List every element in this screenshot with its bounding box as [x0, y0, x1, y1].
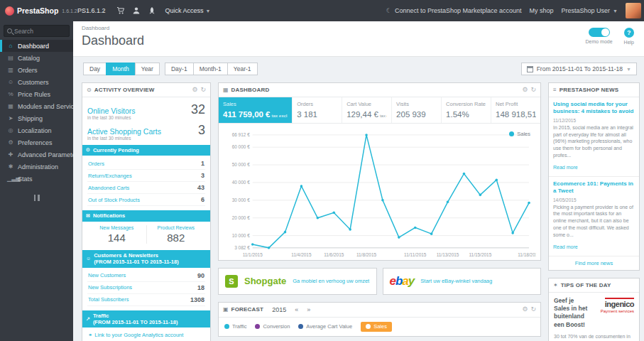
gear-icon[interactable]: ⚙ — [522, 87, 528, 93]
sidebar-item-administration[interactable]: ✱Administration — [0, 161, 73, 173]
demo-mode-toggle[interactable]: Demo mode — [585, 28, 612, 44]
main-area: Dashboard Dashboard Demo mode ? Help Day… — [73, 21, 644, 341]
refresh-icon[interactable]: ↻ — [530, 306, 536, 313]
product-reviews-stat[interactable]: Product Reviews 882 — [146, 225, 206, 244]
refresh-icon[interactable]: ↻ — [200, 87, 206, 93]
total-subscribers-row[interactable]: Total Subscribers1308 — [87, 294, 205, 306]
forecast-legend-traffic[interactable]: Traffic — [224, 323, 246, 330]
cart-icon[interactable] — [113, 0, 129, 21]
shopgate-module-ad: S Shopgate Ga mobiel en verhoog uw omzet — [218, 268, 377, 295]
marketplace-link[interactable]: ☾ Connect to PrestaShop Marketplace acco… — [386, 7, 522, 14]
modules-icon: ▦ — [7, 103, 14, 109]
forecast-legend-conversion[interactable]: Conversion — [255, 323, 290, 330]
news-headline-link[interactable]: Using social media for your business: 4 … — [553, 101, 635, 116]
svg-text:11/18/2015: 11/18/2015 — [518, 252, 536, 257]
user-menu[interactable]: PrestaShop User▼ — [562, 7, 618, 14]
ebay-link[interactable]: Start uw eBay-winkel vandaag — [420, 278, 492, 284]
forecast-year-select[interactable]: 2015 — [272, 306, 286, 313]
kpi-conversion-rate[interactable]: Conversion Rate 1.54% — [442, 97, 491, 123]
calendar-icon — [527, 66, 533, 72]
range-year-1-button[interactable]: Year-1 — [227, 63, 258, 75]
forecast-legend-avg-cart-value[interactable]: Average Cart Value — [298, 323, 352, 330]
gear-icon[interactable]: ⚙ — [192, 87, 197, 93]
search-input[interactable] — [14, 28, 66, 35]
svg-text:11/15/2015: 11/15/2015 — [469, 252, 491, 257]
sidebar-item-catalog[interactable]: ▤Catalog — [0, 52, 73, 64]
abandoned-carts-row[interactable]: Abandoned Carts43 — [87, 182, 205, 194]
dashboard-icon: ▦ — [223, 87, 229, 93]
out-of-stock-row[interactable]: Out of Stock Products6 — [87, 194, 205, 206]
breadcrumb: Dashboard — [82, 25, 635, 31]
sidebar-item-stats[interactable]: ▁▃▅Stats — [0, 173, 73, 185]
find-more-news-link[interactable]: Find more news — [549, 256, 639, 270]
active-carts-subtitle: in the last 30 minutes — [87, 136, 205, 141]
range-year-button[interactable]: Year — [135, 63, 160, 75]
forecast-legend-sales[interactable]: Sales — [361, 322, 392, 332]
help-button[interactable]: ? Help — [624, 28, 634, 45]
user-avatar[interactable] — [626, 3, 641, 18]
sidebar-item-advanced-parameters[interactable]: ✚Advanced Parameters — [0, 148, 73, 161]
range-day-button[interactable]: Day — [83, 63, 106, 75]
svg-text:11/13/2015: 11/13/2015 — [437, 252, 459, 257]
my-shop-link[interactable]: My shop — [530, 7, 554, 14]
sidebar-item-price-rules[interactable]: %Price Rules — [0, 88, 73, 100]
sidebar-item-orders[interactable]: ▥Orders — [0, 64, 73, 76]
range-month-1-button[interactable]: Month-1 — [193, 63, 227, 75]
kpi-visits[interactable]: Visits 205 939 — [392, 97, 442, 123]
prestashop-logo-icon — [5, 6, 14, 16]
sidebar-item-preferences[interactable]: ⚙Preferences — [0, 136, 73, 148]
sidebar-item-dashboard[interactable]: ⌂Dashboard — [0, 40, 73, 52]
kpi-row: Sales 411 759,00 €tax excl. Orders 3 181… — [219, 97, 540, 124]
pending-returns-row[interactable]: Return/Exchanges3 — [87, 170, 205, 182]
notifications-header: ✉ Notifications — [82, 210, 210, 221]
news-headline-link[interactable]: Ecommerce 101: Payments in a Tweet — [553, 180, 635, 195]
prestashop-logo[interactable]: PrestaShop 1.6.1.2 — [0, 6, 73, 16]
customer-profile-icon[interactable] — [129, 0, 144, 21]
stats-icon: ▁▃▅ — [7, 175, 14, 182]
rocket-icon[interactable] — [144, 0, 160, 21]
shopgate-link[interactable]: Ga mobiel en verhoog uw omzet — [293, 278, 369, 284]
new-subscriptions-row[interactable]: New Subscriptions18 — [87, 282, 205, 294]
prev-year-button[interactable]: « — [295, 306, 298, 313]
percent-icon: % — [7, 91, 14, 97]
read-more-link[interactable]: Read more — [553, 244, 578, 249]
pending-orders-row[interactable]: Orders1 — [87, 158, 205, 170]
svg-text:30 000 €: 30 000 € — [232, 197, 250, 202]
range-day-1-button[interactable]: Day-1 — [165, 63, 193, 75]
quick-access-menu[interactable]: Quick Access▼ — [165, 7, 211, 14]
chart-legend: Sales — [509, 131, 530, 137]
new-customers-row[interactable]: New Customers90 — [87, 270, 205, 282]
customers-icon: ☺ — [86, 256, 91, 262]
svg-text:66 912 €: 66 912 € — [232, 132, 250, 137]
online-visitors-link[interactable]: Online Visitors — [87, 107, 136, 115]
kpi-sales[interactable]: Sales 411 759,00 €tax excl. — [219, 97, 293, 123]
sidebar-item-shipping[interactable]: ➤Shipping — [0, 112, 73, 124]
active-carts-value: 3 — [198, 123, 205, 138]
forecast-panel: ▣ FORECAST 2015 « » ⚙ ↻ Traffic Conversi… — [218, 302, 541, 337]
sidebar-search — [4, 25, 70, 37]
toggle-on-icon — [589, 28, 610, 37]
activity-overview-panel: ⊙ ACTIVITY OVERVIEW ⚙ ↻ Online Visitors … — [82, 82, 211, 341]
sidebar-item-modules[interactable]: ▦Modules and Services — [0, 100, 73, 112]
next-year-button[interactable]: » — [307, 306, 310, 313]
kpi-cart-value[interactable]: Cart Value 129,44 €tax excl. — [342, 97, 392, 123]
catalog-icon: ▤ — [7, 55, 14, 61]
kpi-net-profit[interactable]: Net Profit 148 918,51 €tax excl. — [491, 97, 540, 123]
module-ads-row: S Shopgate Ga mobiel en verhoog uw omzet… — [218, 268, 541, 295]
read-more-link[interactable]: Read more — [553, 165, 578, 170]
chevron-down-icon: ▼ — [206, 9, 211, 13]
kpi-orders[interactable]: Orders 3 181 — [293, 97, 342, 123]
conversion-dot-icon — [255, 324, 260, 329]
range-month-button[interactable]: Month — [106, 63, 135, 75]
google-analytics-link[interactable]: ⚭ Link to your Google Analytics account — [87, 330, 205, 338]
refresh-icon[interactable]: ↻ — [530, 87, 536, 93]
new-messages-stat[interactable]: New Messages 144 — [87, 225, 146, 244]
svg-text:11/11/2015: 11/11/2015 — [404, 252, 427, 257]
active-carts-link[interactable]: Active Shopping Carts — [87, 127, 161, 136]
sidebar-collapse-button[interactable] — [31, 195, 43, 201]
tip-body: 30 tot 70% van de consumenten in Europa … — [554, 333, 634, 341]
sidebar-item-localization[interactable]: ◎Localization — [0, 124, 73, 136]
sidebar-item-customers[interactable]: ☺Customers — [0, 76, 73, 88]
gear-icon[interactable]: ⚙ — [522, 306, 528, 313]
date-range-picker[interactable]: From 2015-11-01 To 2015-11-18 ▼ — [521, 63, 637, 75]
